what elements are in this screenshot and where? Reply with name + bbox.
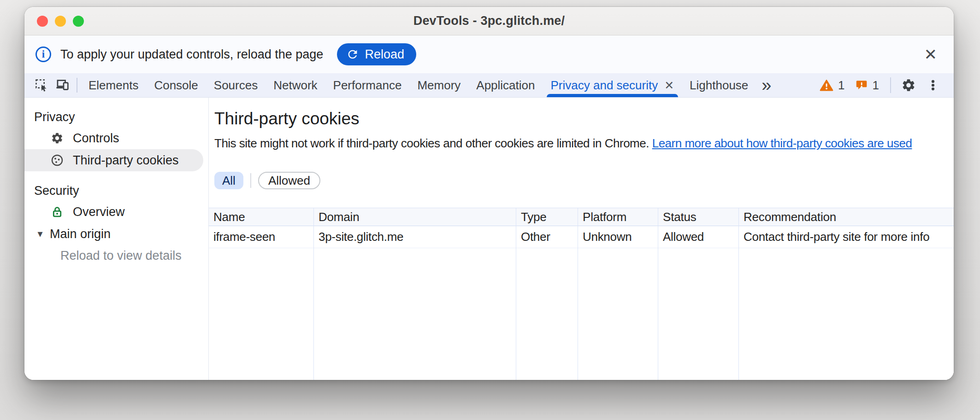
column-header-platform[interactable]: Platform	[578, 208, 658, 226]
titlebar: DevTools - 3pc.glitch.me/	[24, 7, 954, 35]
warning-icon	[820, 79, 833, 92]
close-window-button[interactable]	[37, 16, 48, 27]
cookie-icon	[51, 154, 64, 167]
column-platform: Platform Unknown	[578, 208, 658, 380]
tab-privacy-and-security-label: Privacy and security	[551, 78, 658, 93]
page-title: Third-party cookies	[214, 109, 954, 128]
column-header-status[interactable]: Status	[658, 208, 738, 226]
tab-console[interactable]: Console	[146, 73, 206, 97]
issue-count: 1	[873, 78, 879, 93]
reload-icon	[346, 48, 359, 61]
page-description: This site might not work if third-party …	[214, 136, 954, 151]
filter-chip-all[interactable]: All	[214, 172, 243, 189]
devtools-window: DevTools - 3pc.glitch.me/ i To apply you…	[24, 7, 954, 380]
sidebar-item-third-party-cookies[interactable]: Third-party cookies	[24, 149, 203, 171]
triangle-down-icon: ▾	[35, 228, 45, 240]
toolbar-separator	[890, 77, 891, 93]
device-toolbar-button[interactable]	[52, 73, 73, 97]
tab-lighthouse[interactable]: Lighthouse	[682, 73, 756, 97]
column-header-type[interactable]: Type	[516, 208, 578, 226]
traffic-lights	[37, 7, 84, 35]
infobar: i To apply your updated controls, reload…	[24, 35, 954, 73]
tab-application[interactable]: Application	[468, 73, 543, 97]
filter-chip-allowed[interactable]: Allowed	[258, 172, 320, 189]
sidebar: Privacy Controls Third-party cookies	[24, 98, 209, 380]
tab-performance[interactable]: Performance	[325, 73, 410, 97]
panel-body: Privacy Controls Third-party cookies	[24, 98, 954, 380]
infobar-message: To apply your updated controls, reload t…	[60, 47, 323, 62]
chip-separator	[250, 173, 251, 188]
console-warnings-badge[interactable]: 1	[820, 78, 844, 93]
toolbar-right-cluster: 1 1	[809, 73, 954, 97]
device-toolbar-icon	[55, 78, 70, 93]
sidebar-gap	[24, 171, 208, 181]
sidebar-item-overview[interactable]: Overview	[24, 201, 208, 223]
zoom-window-button[interactable]	[73, 16, 84, 27]
tab-network[interactable]: Network	[266, 73, 325, 97]
learn-more-link[interactable]: Learn more about how third-party cookies…	[652, 136, 912, 150]
issues-badge[interactable]: 1	[855, 78, 879, 93]
lock-icon	[51, 205, 64, 218]
tab-elements[interactable]: Elements	[81, 73, 146, 97]
column-header-recommendation[interactable]: Recommendation	[739, 208, 954, 226]
sidebar-item-main-origin[interactable]: ▾ Main origin	[24, 223, 208, 245]
toolbar-separator	[77, 78, 77, 93]
tab-privacy-and-security[interactable]: Privacy and security ✕	[543, 73, 682, 97]
tab-close-icon[interactable]: ✕	[664, 79, 674, 92]
cookies-table: Name iframe-seen Domain 3p-site.glitch.m…	[209, 208, 954, 380]
sidebar-item-label: Main origin	[50, 227, 111, 241]
cell-name[interactable]: iframe-seen	[209, 226, 313, 248]
inspect-cursor-icon	[35, 78, 48, 92]
sidebar-note-reload-to-view: Reload to view details	[24, 245, 208, 266]
column-recommendation: Recommendation Contact third-party site …	[739, 208, 954, 380]
cell-domain[interactable]: 3p-site.glitch.me	[314, 226, 516, 248]
column-header-domain[interactable]: Domain	[314, 208, 516, 226]
column-header-name[interactable]: Name	[209, 208, 313, 226]
column-status: Status Allowed	[658, 208, 739, 380]
warning-count: 1	[838, 78, 844, 93]
info-icon: i	[35, 47, 51, 62]
gear-icon	[51, 132, 64, 145]
kebab-menu-icon	[926, 78, 940, 92]
cell-status[interactable]: Allowed	[658, 226, 738, 248]
gear-icon	[901, 78, 916, 93]
cell-platform[interactable]: Unknown	[578, 226, 658, 248]
sidebar-section-privacy: Privacy	[24, 107, 208, 127]
third-party-cookies-panel: Third-party cookies This site might not …	[209, 98, 954, 380]
tab-memory[interactable]: Memory	[409, 73, 468, 97]
sidebar-item-controls[interactable]: Controls	[24, 127, 208, 149]
cell-recommendation[interactable]: Contact third-party site for more info	[739, 226, 954, 248]
description-text: This site might not work if third-party …	[214, 136, 649, 150]
window-title: DevTools - 3pc.glitch.me/	[413, 14, 565, 28]
issues-icon	[855, 79, 868, 92]
reload-button-label: Reload	[365, 47, 404, 62]
column-name: Name iframe-seen	[209, 208, 314, 380]
reload-button[interactable]: Reload	[337, 43, 416, 65]
sidebar-section-security: Security	[24, 181, 208, 201]
sidebar-item-label: Third-party cookies	[73, 153, 179, 168]
devtools-toolbar: Elements Console Sources Network Perform…	[24, 73, 954, 98]
infobar-close-icon[interactable]: ✕	[924, 47, 938, 62]
filter-chips: All Allowed	[214, 172, 954, 189]
settings-button[interactable]	[901, 78, 916, 93]
cell-type[interactable]: Other	[516, 226, 578, 248]
kebab-menu-button[interactable]	[926, 78, 940, 92]
minimize-window-button[interactable]	[55, 16, 66, 27]
sidebar-item-label: Controls	[73, 131, 119, 146]
column-domain: Domain 3p-site.glitch.me	[314, 208, 516, 380]
sidebar-item-label: Overview	[73, 205, 125, 219]
column-type: Type Other	[516, 208, 578, 380]
inspect-element-button[interactable]	[31, 73, 52, 97]
tab-sources[interactable]: Sources	[206, 73, 266, 97]
